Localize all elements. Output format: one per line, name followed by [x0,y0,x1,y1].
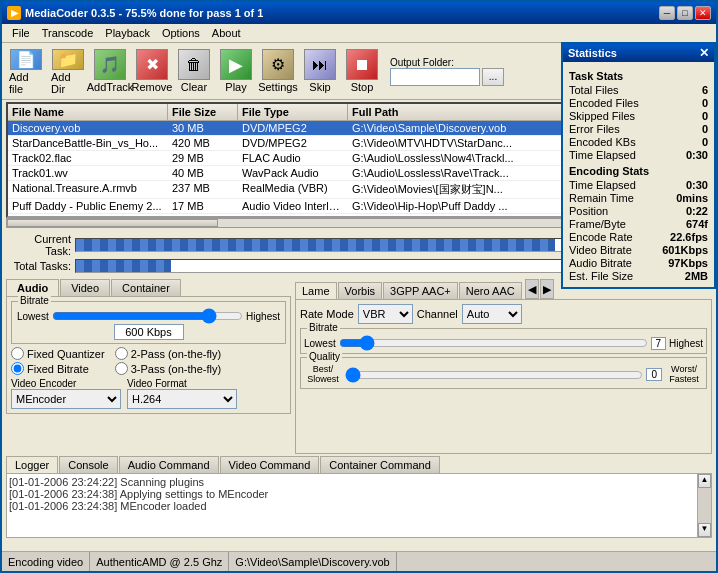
lame-quality-slider[interactable] [345,368,643,382]
menu-file[interactable]: File [6,25,36,41]
radio-fixed-quantizer-input[interactable] [11,347,24,360]
encoded-files-val: 0 [702,97,708,109]
browse-button[interactable]: ... [482,68,504,86]
lame-bitrate-value: 7 [651,337,667,350]
stop-button[interactable]: ⏹ Stop [342,46,382,96]
codec-tab-lame[interactable]: Lame [295,282,337,299]
play-label: Play [225,81,246,93]
radio-2pass-input[interactable] [115,347,128,360]
add-dir-button[interactable]: 📁 Add Dir [48,46,88,96]
logger-content[interactable]: [01-01-2006 23:24:22] Scanning plugins [… [6,473,698,538]
logger-tab-container-command[interactable]: Container Command [320,456,440,473]
output-folder-row: M:\ ... [390,68,504,86]
rate-mode-label: Rate Mode [300,308,354,320]
codec-next-button[interactable]: ▶ [540,279,554,299]
codec-prev-button[interactable]: ◀ [525,279,539,299]
video-format-select[interactable]: H.264 [127,389,237,409]
add-dir-label: Add Dir [51,71,85,95]
rate-mode-select[interactable]: VBRCBRABR [358,304,413,324]
encode-rate-val: 22.6fps [670,231,708,243]
current-task-label: Current Task: [6,233,71,257]
stats-titlebar: Statistics ✕ [563,44,714,62]
position-val: 0:22 [686,205,708,217]
logger-tab-console[interactable]: Console [59,456,117,473]
radio-3pass[interactable]: 3-Pass (on-the-fly) [115,362,221,375]
menu-transcode[interactable]: Transcode [36,25,100,41]
encoded-files-key: Encoded Files [569,97,639,109]
add-file-button[interactable]: 📄 Add file [6,46,46,96]
menu-options[interactable]: Options [156,25,206,41]
remove-label: Remove [132,81,173,93]
skipped-files-key: Skipped Files [569,110,635,122]
logger-tab-video-command[interactable]: Video Command [220,456,320,473]
tab-video[interactable]: Video [60,279,110,296]
file-name-cell: National.Treasure.A.rmvb [8,181,168,198]
codec-tab-nero[interactable]: Nero AAC [459,282,522,299]
play-button[interactable]: ▶ Play [216,46,256,96]
file-size-cell: 17 MB [168,199,238,213]
remove-button[interactable]: ✖ Remove [132,46,172,96]
skip-button[interactable]: ⏭ Skip [300,46,340,96]
menu-playback[interactable]: Playback [99,25,156,41]
radio-fixed-bitrate[interactable]: Fixed Bitrate [11,362,105,375]
time-elapsed-enc-key: Time Elapsed [569,179,636,191]
stats-time-elapsed-task: Time Elapsed 0:30 [569,149,708,161]
codec-tab-vorbis[interactable]: Vorbis [338,282,383,299]
col-name: File Name [8,104,168,120]
file-name-cell: Track02.flac [8,151,168,165]
encode-tab-row: Audio Video Container [6,279,291,296]
maximize-button[interactable]: □ [677,6,693,20]
file-size-cell: 237 MB [168,181,238,198]
menu-about[interactable]: About [206,25,247,41]
tab-container[interactable]: Container [111,279,181,296]
add-track-label: AddTrack [87,81,134,93]
log-line: [01-01-2006 23:24:22] Scanning plugins [9,476,695,488]
lame-highest-label: Highest [669,338,703,349]
logger-tab-audio-command[interactable]: Audio Command [119,456,219,473]
status-cpu: AuthenticAMD @ 2.5 Ghz [90,552,229,571]
output-folder-input[interactable]: M:\ [390,68,480,86]
scrollbar-up[interactable]: ▲ [698,474,711,488]
video-bitrate-val: 601Kbps [662,244,708,256]
audio-bitrate-key: Audio Bitrate [569,257,632,269]
close-button[interactable]: ✕ [695,6,711,20]
codec-tab-3gpp[interactable]: 3GPP AAC+ [383,282,458,299]
highest-label: Highest [246,311,280,322]
statusbar: Encoding video AuthenticAMD @ 2.5 Ghz G:… [2,551,716,571]
bitrate-slider[interactable] [52,309,243,323]
stats-time-elapsed-enc: Time Elapsed 0:30 [569,179,708,191]
time-elapsed-task-val: 0:30 [686,149,708,161]
radio-fixed-bitrate-input[interactable] [11,362,24,375]
logger-tab-logger[interactable]: Logger [6,456,58,473]
encoder-format-row: Video Encoder MEncoder Video Format H.26… [11,378,286,409]
tab-audio[interactable]: Audio [6,279,59,296]
radio-3pass-input[interactable] [115,362,128,375]
bitrate-value-row [17,324,280,340]
radio-fixed-quantizer[interactable]: Fixed Quantizer [11,347,105,360]
play-icon: ▶ [220,49,252,80]
file-size-cell: 30 MB [168,121,238,135]
clear-button[interactable]: 🗑 Clear [174,46,214,96]
bitrate-value-input[interactable] [114,324,184,340]
frame-byte-key: Frame/Byte [569,218,626,230]
settings-button[interactable]: ⚙ Settings [258,46,298,96]
bitrate-slider-row: Lowest Highest [17,309,280,323]
encoding-options: Fixed Quantizer Fixed Bitrate 2-Pass (on… [11,347,286,375]
stats-close-button[interactable]: ✕ [699,46,709,60]
remove-icon: ✖ [136,49,168,80]
time-elapsed-enc-val: 0:30 [686,179,708,191]
remain-time-val: 0mins [676,192,708,204]
scrollbar-down[interactable]: ▼ [698,523,711,537]
video-encoder-label: Video Encoder [11,378,121,389]
stats-error-files: Error Files 0 [569,123,708,135]
add-track-button[interactable]: 🎵 AddTrack [90,46,130,96]
channel-select[interactable]: AutoStereoMono [462,304,522,324]
output-folder-label: Output Folder: [390,57,504,68]
error-files-key: Error Files [569,123,620,135]
minimize-button[interactable]: ─ [659,6,675,20]
logger-scrollbar[interactable]: ▲ ▼ [698,473,712,538]
lame-bitrate-slider[interactable] [339,336,648,350]
radio-2pass[interactable]: 2-Pass (on-the-fly) [115,347,221,360]
video-bitrate-key: Video Bitrate [569,244,632,256]
video-encoder-select[interactable]: MEncoder [11,389,121,409]
